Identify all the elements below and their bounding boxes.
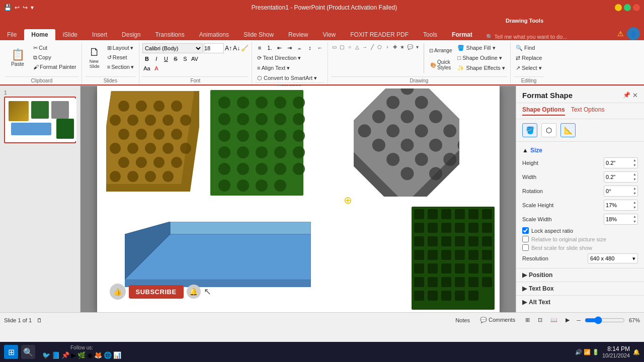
replace-button[interactable]: ⇄ Replace <box>514 53 544 62</box>
shape-oval[interactable]: ○ <box>346 43 353 50</box>
cut-button[interactable]: ✂ Cut <box>31 43 78 52</box>
rotation-input[interactable] <box>604 186 632 196</box>
tab-transitions[interactable]: Transitions <box>148 29 191 40</box>
shape-rect[interactable]: ▭ <box>331 43 338 50</box>
social-firefox[interactable]: 🦊 <box>94 351 102 359</box>
position-section-header[interactable]: ▶ Position <box>516 268 644 282</box>
maximize-button[interactable] <box>624 4 631 11</box>
rotation-spinner[interactable]: ▲ ▼ <box>632 186 637 196</box>
text-options-tab[interactable]: Text Options <box>571 106 605 116</box>
brown-texture-shape[interactable] <box>106 91 199 192</box>
case-button[interactable]: Aa <box>142 64 151 73</box>
decrease-font-button[interactable]: A↓ <box>233 45 240 52</box>
start-button[interactable]: ⊞ <box>4 345 18 359</box>
copy-button[interactable]: ⧉ Copy <box>31 53 78 62</box>
shape-chevron[interactable]: › <box>384 43 391 50</box>
scale-height-input-wrapper[interactable]: ▲ ▼ <box>604 200 638 211</box>
minimize-button[interactable] <box>615 4 622 11</box>
height-input-wrapper[interactable]: ▲ ▼ <box>604 157 638 168</box>
increase-indent-button[interactable]: ⇥ <box>285 43 294 52</box>
convert-smartart-button[interactable]: ⬡ Convert to SmartArt ▾ <box>255 73 319 82</box>
shape-roundrect[interactable]: ▢ <box>339 43 346 50</box>
scale-height-up[interactable]: ▲ <box>632 200 637 205</box>
close-button[interactable] <box>633 4 640 11</box>
redo-icon[interactable]: ↪ <box>23 4 28 11</box>
social-twitter[interactable]: 🐦 <box>42 351 50 359</box>
shape-options-tab[interactable]: Shape Options <box>522 106 565 116</box>
shape-callout[interactable]: 💬 <box>407 43 414 50</box>
shadow-button[interactable]: S <box>181 54 190 63</box>
tab-file[interactable]: File <box>0 29 24 40</box>
save-icon[interactable]: 💾 <box>4 4 12 11</box>
green-texture-shape[interactable] <box>210 90 306 198</box>
width-spinner[interactable]: ▲ ▼ <box>632 172 637 182</box>
search-taskbar[interactable]: 🔍 <box>21 345 35 359</box>
width-input-wrapper[interactable]: ▲ ▼ <box>604 171 638 183</box>
rotation-input-wrapper[interactable]: ▲ ▼ <box>604 186 638 197</box>
social-ppt[interactable]: 📊 <box>113 351 121 359</box>
social-other[interactable]: ◉ <box>87 351 93 359</box>
scale-width-spinner[interactable]: ▲ ▼ <box>632 214 637 224</box>
tab-home[interactable]: Home <box>24 29 55 40</box>
columns-button[interactable]: ⫠ <box>295 43 304 52</box>
scale-width-down[interactable]: ▼ <box>632 219 637 224</box>
alttext-section-header[interactable]: ▶ Alt Text <box>516 295 644 309</box>
reset-button[interactable]: ↺ Reset <box>105 53 136 62</box>
relative-original-label[interactable]: Relative to original picture size <box>531 236 606 242</box>
shape-more[interactable]: ▾ <box>414 43 421 50</box>
scale-height-spinner[interactable]: ▲ ▼ <box>632 200 637 210</box>
height-input[interactable] <box>604 158 632 168</box>
comments-button[interactable]: 💬 Comments <box>477 316 518 324</box>
canvas-area[interactable]: ⊕ 👍 SUBSCRIBE 🔔 ↖ <box>80 86 516 312</box>
width-down[interactable]: ▼ <box>632 177 637 182</box>
paste-button[interactable]: 📋 Paste <box>5 43 30 72</box>
tab-review[interactable]: Review <box>281 29 315 40</box>
italic-button[interactable]: I <box>152 54 161 63</box>
dark-green-texture-shape[interactable] <box>412 207 495 310</box>
strikethrough-button[interactable]: S <box>171 54 180 63</box>
align-text-button[interactable]: ≡ Align Text ▾ <box>255 63 292 72</box>
height-down[interactable]: ▼ <box>632 163 637 168</box>
reading-view-button[interactable]: 📖 <box>547 316 560 324</box>
textbox-section-header[interactable]: ▶ Text Box <box>516 282 644 295</box>
like-icon[interactable]: 👍 <box>110 284 126 300</box>
scale-width-up[interactable]: ▲ <box>632 214 637 219</box>
new-slide-button[interactable]: 🗋 NewSlide <box>85 43 104 72</box>
tab-format[interactable]: Format <box>445 29 479 40</box>
resolution-dropdown[interactable]: 640 x 480 ▾ <box>588 253 638 263</box>
underline-button[interactable]: U <box>162 54 171 63</box>
tab-slideshow[interactable]: Slide Show <box>236 29 281 40</box>
scale-height-input[interactable] <box>604 200 632 210</box>
social-pinterest[interactable]: 📌 <box>61 351 69 359</box>
relative-original-checkbox[interactable] <box>522 236 529 242</box>
effects-icon-btn[interactable]: ⬡ <box>541 123 556 137</box>
tab-design[interactable]: Design <box>115 29 147 40</box>
tab-view[interactable]: View <box>315 29 343 40</box>
rotation-down[interactable]: ▼ <box>632 191 637 196</box>
gray-texture-shape[interactable] <box>354 88 459 197</box>
slide-canvas[interactable]: ⊕ 👍 SUBSCRIBE 🔔 ↖ <box>97 86 500 312</box>
scale-height-down[interactable]: ▼ <box>632 205 637 210</box>
font-name-select[interactable]: Calibri (Body) <box>142 43 203 53</box>
shape-line[interactable]: ╱ <box>369 43 376 50</box>
size-icon-btn[interactable]: 📐 <box>560 123 576 137</box>
best-scale-label[interactable]: Best scale for slide show <box>531 245 592 251</box>
width-up[interactable]: ▲ <box>632 172 637 177</box>
find-button[interactable]: 🔍 Find <box>514 43 544 52</box>
social-vine[interactable]: 🌿 <box>77 351 86 359</box>
numbering-button[interactable]: 1. <box>265 43 274 52</box>
user-avatar[interactable]: 👤 <box>627 27 640 40</box>
tab-tools[interactable]: Tools <box>416 29 444 40</box>
lock-aspect-label[interactable]: Lock aspect ratio <box>531 228 573 234</box>
rtl-button[interactable]: ← <box>315 43 325 52</box>
spacing-button[interactable]: AV <box>190 54 199 63</box>
height-up[interactable]: ▲ <box>632 158 637 163</box>
shape-plus[interactable]: ✚ <box>391 43 398 50</box>
bold-button[interactable]: B <box>142 54 151 63</box>
undo-icon[interactable]: ↩ <box>15 4 20 11</box>
section-button[interactable]: ≡ Section ▾ <box>105 62 136 71</box>
best-scale-checkbox[interactable] <box>522 244 529 251</box>
normal-view-button[interactable]: ⊞ <box>522 316 533 324</box>
scale-width-input-wrapper[interactable]: ▲ ▼ <box>604 214 638 225</box>
slide-sorter-button[interactable]: ⊡ <box>535 316 545 324</box>
